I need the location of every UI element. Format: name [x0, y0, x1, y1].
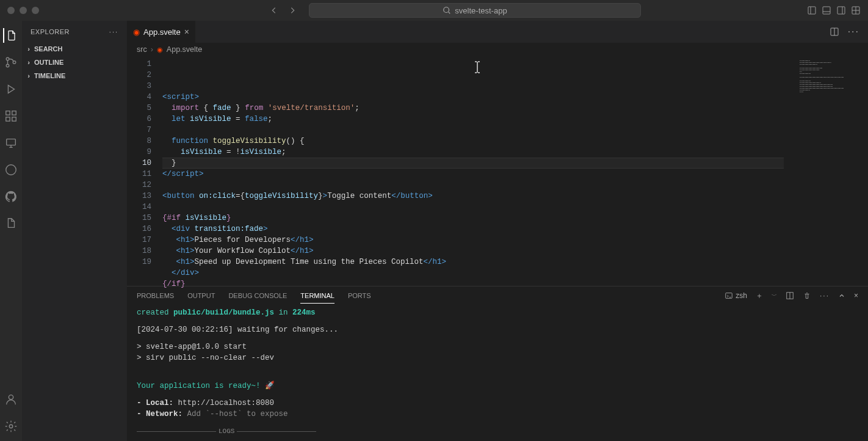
- kill-terminal-icon[interactable]: [803, 291, 811, 300]
- editor-more-icon[interactable]: ···: [848, 26, 859, 37]
- term-text: 224ms: [292, 308, 316, 317]
- chevron-right-icon: ›: [24, 45, 33, 53]
- term-text: - Network:: [137, 410, 183, 418]
- term-text: > sirv public --no-clear --dev: [137, 352, 858, 363]
- sidebar-more-icon[interactable]: ···: [109, 28, 118, 35]
- sidebar-section-search[interactable]: › SEARCH: [22, 42, 127, 56]
- tab-app-svelte[interactable]: ◉ App.svelte ×: [127, 21, 196, 43]
- term-text: > svelte-app@1.0.0 start: [137, 341, 858, 352]
- code-content[interactable]: <script> import { fade } from 'svelte/tr…: [162, 56, 795, 286]
- explorer-sidebar: EXPLORER ··· › SEARCH › OUTLINE › TIMELI…: [22, 21, 127, 441]
- panel-more-icon[interactable]: ···: [820, 291, 830, 300]
- nav-forward-icon[interactable]: [288, 6, 297, 15]
- activity-bar: [0, 21, 22, 441]
- logs-divider: LOGS: [137, 426, 858, 437]
- breadcrumb-item[interactable]: src: [137, 45, 147, 54]
- sidebar-header: EXPLORER ···: [22, 21, 127, 42]
- svg-point-14: [9, 395, 13, 399]
- run-debug-view-icon[interactable]: [4, 82, 18, 97]
- svg-rect-12: [7, 139, 16, 145]
- svg-rect-1: [808, 7, 816, 14]
- chevron-right-icon: ›: [24, 59, 33, 66]
- svg-point-13: [6, 165, 16, 175]
- svg-rect-2: [823, 7, 830, 14]
- tab-bar: ◉ App.svelte × ···: [127, 21, 868, 43]
- github-view-icon[interactable]: [4, 189, 18, 204]
- svg-point-7: [13, 61, 16, 64]
- term-text: Your application is ready~! 🚀: [137, 382, 275, 390]
- nav-back-icon[interactable]: [270, 6, 278, 15]
- svg-rect-10: [12, 117, 16, 121]
- close-panel-icon[interactable]: ×: [854, 291, 858, 300]
- tab-filename: App.svelte: [143, 27, 181, 37]
- svg-point-6: [6, 64, 9, 67]
- chevron-right-icon: ›: [24, 72, 33, 79]
- svg-point-15: [9, 425, 13, 428]
- terminal-content[interactable]: created public/build/bundle.js in 224ms …: [127, 305, 868, 441]
- layout-controls: [807, 5, 861, 15]
- term-text: Add `--host` to expose: [187, 410, 288, 418]
- svg-rect-9: [6, 117, 10, 121]
- close-window-icon[interactable]: [7, 7, 15, 14]
- term-text: http://localhost:8080: [178, 399, 275, 407]
- section-label: OUTLINE: [34, 59, 63, 66]
- svg-rect-8: [6, 111, 10, 115]
- explorer-view-icon[interactable]: [3, 28, 18, 43]
- split-editor-icon[interactable]: [830, 27, 839, 37]
- extensions-view-icon[interactable]: [4, 109, 18, 123]
- logs-label: LOGS: [219, 426, 234, 437]
- settings-gear-icon[interactable]: [4, 419, 18, 434]
- svg-point-0: [444, 7, 449, 13]
- toggle-panel-icon[interactable]: [822, 5, 831, 15]
- source-control-view-icon[interactable]: [4, 55, 18, 70]
- search-icon: [443, 6, 451, 15]
- section-label: TIMELINE: [34, 72, 65, 79]
- files-view-icon[interactable]: [4, 216, 18, 231]
- term-text: in: [279, 308, 288, 317]
- line-number-gutter: 12345678910111213141516171819: [127, 56, 162, 286]
- customize-layout-icon[interactable]: [851, 5, 861, 15]
- chevron-right-icon: ›: [151, 45, 153, 54]
- window-controls: [7, 7, 39, 14]
- nav-arrows: [270, 6, 297, 15]
- breadcrumb-item[interactable]: App.svelte: [167, 45, 202, 54]
- sidebar-section-timeline[interactable]: › TIMELINE: [22, 69, 127, 82]
- bottom-panel: PROBLEMS OUTPUT DEBUG CONSOLE TERMINAL P…: [127, 286, 868, 441]
- remote-explorer-view-icon[interactable]: [4, 136, 18, 150]
- sidebar-title: EXPLORER: [31, 28, 70, 35]
- command-center-search[interactable]: svelte-test-app: [309, 3, 641, 18]
- term-text: public/build/bundle.js: [173, 308, 274, 317]
- svg-rect-3: [837, 7, 845, 14]
- minimize-window-icon[interactable]: [20, 7, 27, 14]
- toggle-secondary-sidebar-icon[interactable]: [836, 5, 846, 15]
- term-text: - Local:: [137, 399, 173, 407]
- zoom-window-icon[interactable]: [32, 7, 39, 14]
- term-text: created: [137, 308, 169, 317]
- editor-group: ◉ App.svelte × ··· src › ◉ App.svelte 12…: [127, 21, 868, 441]
- term-text: [2024-07-30 00:22:16] waiting for change…: [137, 324, 858, 335]
- toggle-primary-sidebar-icon[interactable]: [807, 5, 817, 15]
- svg-rect-11: [12, 111, 16, 115]
- search-text: svelte-test-app: [455, 6, 507, 15]
- editor-body[interactable]: 12345678910111213141516171819 <script> i…: [127, 56, 868, 286]
- section-label: SEARCH: [34, 45, 62, 53]
- pieces-view-icon[interactable]: [4, 162, 18, 177]
- titlebar: svelte-test-app: [0, 0, 868, 21]
- maximize-panel-icon[interactable]: [838, 292, 845, 299]
- accounts-icon[interactable]: [4, 392, 18, 407]
- svelte-file-icon: ◉: [157, 46, 163, 54]
- svelte-file-icon: ◉: [133, 27, 140, 37]
- tab-close-icon[interactable]: ×: [184, 27, 189, 37]
- sidebar-section-outline[interactable]: › OUTLINE: [22, 56, 127, 69]
- svg-point-5: [6, 57, 9, 60]
- breadcrumbs[interactable]: src › ◉ App.svelte: [127, 43, 868, 56]
- minimap[interactable]: ▪▪▪▪▪▪▪▪▪▪▪▪▪▪ ▪▪▪▪▪▪▪▪▪▪▪▪▪▪▪▪▪▪▪▪▪▪▪▪▪…: [795, 56, 868, 286]
